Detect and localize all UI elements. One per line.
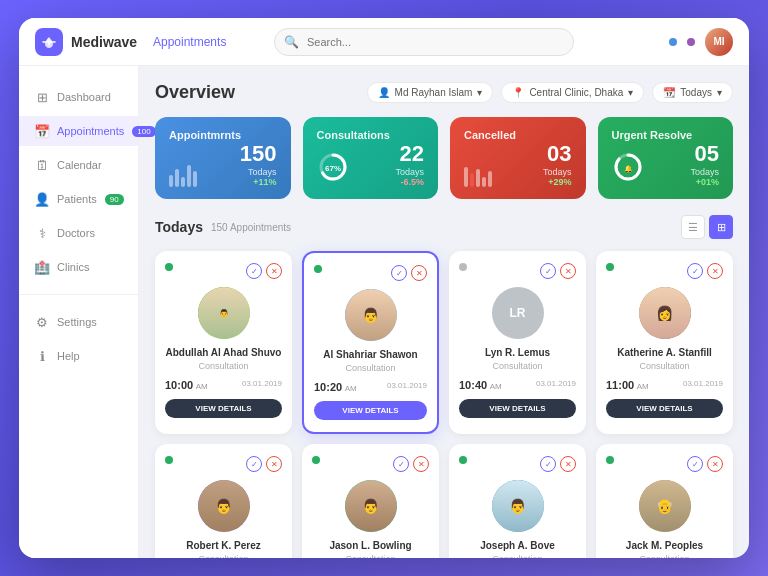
card-actions-2: ✓ ✕ <box>391 265 427 281</box>
check-icon-1[interactable]: ✓ <box>246 263 262 279</box>
stat-value-cancelled: 03 <box>543 141 572 167</box>
appt-name-5: Robert K. Perez <box>186 540 260 552</box>
stat-label-appointments: Appointmrnts <box>169 129 277 141</box>
view-details-btn-3[interactable]: VIEW DETAILS <box>459 399 576 418</box>
close-icon-3[interactable]: ✕ <box>560 263 576 279</box>
stat-value-appointments: 150 <box>240 141 277 167</box>
check-icon-3[interactable]: ✓ <box>540 263 556 279</box>
status-dot-7 <box>459 456 467 464</box>
stat-card-cancelled[interactable]: Cancelled 03 <box>450 117 586 199</box>
appt-name-8: Jack M. Peoples <box>626 540 703 552</box>
status-dot-2 <box>314 265 322 273</box>
notification-dot-blue[interactable] <box>669 38 677 46</box>
card-actions-6: ✓ ✕ <box>393 456 429 472</box>
user-icon: 👤 <box>378 87 390 98</box>
logo-area: Mediwave <box>35 28 145 56</box>
sidebar-item-help[interactable]: ℹ Help <box>19 341 138 371</box>
list-view-button[interactable]: ☰ <box>681 215 705 239</box>
bar1 <box>169 175 173 187</box>
bar3 <box>181 177 185 187</box>
check-icon-5[interactable]: ✓ <box>246 456 262 472</box>
appt-name-1: Abdullah Al Ahad Shuvo <box>166 347 282 359</box>
stat-card-urgent[interactable]: Urgent Resolve 🔔 05 Todays <box>598 117 734 199</box>
card-actions-5: ✓ ✕ <box>246 456 282 472</box>
avatar[interactable]: MI <box>705 28 733 56</box>
sidebar-item-doctors[interactable]: ⚕ Doctors <box>19 218 138 248</box>
mini-bars-cancelled <box>464 159 492 187</box>
sidebar-item-patients[interactable]: 👤 Patients 90 <box>19 184 138 214</box>
status-dot-6 <box>312 456 320 464</box>
grid-view-button[interactable]: ⊞ <box>709 215 733 239</box>
appt-ampm-1: AM <box>196 382 208 391</box>
close-icon-6[interactable]: ✕ <box>413 456 429 472</box>
close-icon-4[interactable]: ✕ <box>707 263 723 279</box>
sidebar-item-clinics[interactable]: 🏥 Clinics <box>19 252 138 282</box>
view-details-btn-1[interactable]: VIEW DETAILS <box>165 399 282 418</box>
view-details-btn-4[interactable]: VIEW DETAILS <box>606 399 723 418</box>
check-icon-4[interactable]: ✓ <box>687 263 703 279</box>
appt-type-5: Consultation <box>198 554 248 558</box>
avatar-3: LR <box>492 287 544 339</box>
appointment-card-7[interactable]: ✓ ✕ 👨 Joseph A. Bove Consultation 12:00 … <box>449 444 586 558</box>
sidebar-item-settings[interactable]: ⚙ Settings <box>19 307 138 337</box>
check-icon-8[interactable]: ✓ <box>687 456 703 472</box>
card-actions-1: ✓ ✕ <box>246 263 282 279</box>
todays-count: 150 Appointments <box>211 222 291 233</box>
appointment-card-2[interactable]: ✓ ✕ 👨 Al Shahriar Shawon Consultation 10… <box>302 251 439 434</box>
search-input[interactable] <box>274 28 574 56</box>
status-dot-3 <box>459 263 467 271</box>
bar4 <box>187 165 191 187</box>
doctors-icon: ⚕ <box>35 226 49 240</box>
appt-ampm-4: AM <box>637 382 649 391</box>
filter-user[interactable]: 👤 Md Rayhan Islam ▾ <box>367 82 494 103</box>
bar-c1 <box>464 167 468 187</box>
help-icon: ℹ <box>35 349 49 363</box>
filter-date[interactable]: 📆 Todays ▾ <box>652 82 733 103</box>
dashboard-icon: ⊞ <box>35 90 49 104</box>
appointment-card-4[interactable]: ✓ ✕ 👩 Katherine A. Stanfill Consultation… <box>596 251 733 434</box>
search-bar: 🔍 <box>274 28 574 56</box>
appt-type-8: Consultation <box>639 554 689 558</box>
sidebar-item-calendar[interactable]: 🗓 Calendar <box>19 150 138 180</box>
appointment-card-1[interactable]: ✓ ✕ 👨 Abdullah Al Ahad Shuvo Consultatio… <box>155 251 292 434</box>
card-top-4: ✓ ✕ <box>606 263 723 279</box>
todays-title: Todays <box>155 219 203 235</box>
card-top-5: ✓ ✕ <box>165 456 282 472</box>
stat-card-consultations[interactable]: Consultations 67% 22 Todays <box>303 117 439 199</box>
mini-circle-urgent: 🔔 <box>612 151 644 183</box>
close-icon-1[interactable]: ✕ <box>266 263 282 279</box>
sidebar-label-patients: Patients <box>57 193 97 205</box>
stat-change-urgent: +01% <box>690 177 719 187</box>
appt-name-6: Jason L. Bowling <box>329 540 411 552</box>
appointment-card-5[interactable]: ✓ ✕ 👨 Robert K. Perez Consultation 11:20… <box>155 444 292 558</box>
appointment-card-3[interactable]: ✓ ✕ LR Lyn R. Lemus Consultation 10:40 A… <box>449 251 586 434</box>
patients-icon: 👤 <box>35 192 49 206</box>
nav-appointments-link[interactable]: Appointments <box>153 35 226 49</box>
close-icon-8[interactable]: ✕ <box>707 456 723 472</box>
mini-circle-consultations: 67% <box>317 151 349 183</box>
sidebar-item-appointments[interactable]: 📅 Appointments 100 <box>19 116 138 146</box>
appt-type-2: Consultation <box>345 363 395 373</box>
filter-location[interactable]: 📍 Central Clinic, Dhaka ▾ <box>501 82 644 103</box>
card-top-2: ✓ ✕ <box>314 265 427 281</box>
appointment-card-8[interactable]: ✓ ✕ 👴 Jack M. Peoples Consultation 12:00… <box>596 444 733 558</box>
close-icon-7[interactable]: ✕ <box>560 456 576 472</box>
check-icon-6[interactable]: ✓ <box>393 456 409 472</box>
check-icon-2[interactable]: ✓ <box>391 265 407 281</box>
stat-label-consultations: Consultations <box>317 129 425 141</box>
mini-bars-appointments <box>169 159 197 187</box>
avatar-8: 👴 <box>639 480 691 532</box>
filter-date-label: Todays <box>680 87 712 98</box>
calendar-filter-icon: 📆 <box>663 87 675 98</box>
notification-dot-purple[interactable] <box>687 38 695 46</box>
stat-card-appointments[interactable]: Appointmrnts 150 <box>155 117 291 199</box>
card-actions-3: ✓ ✕ <box>540 263 576 279</box>
appt-date-3: 03.01.2019 <box>536 379 576 391</box>
close-icon-2[interactable]: ✕ <box>411 265 427 281</box>
sidebar-label-appointments: Appointments <box>57 125 124 137</box>
appointment-card-6[interactable]: ✓ ✕ 👨 Jason L. Bowling Consultation 11:4… <box>302 444 439 558</box>
check-icon-7[interactable]: ✓ <box>540 456 556 472</box>
sidebar-item-dashboard[interactable]: ⊞ Dashboard <box>19 82 138 112</box>
close-icon-5[interactable]: ✕ <box>266 456 282 472</box>
view-details-btn-2[interactable]: VIEW DETAILS <box>314 401 427 420</box>
